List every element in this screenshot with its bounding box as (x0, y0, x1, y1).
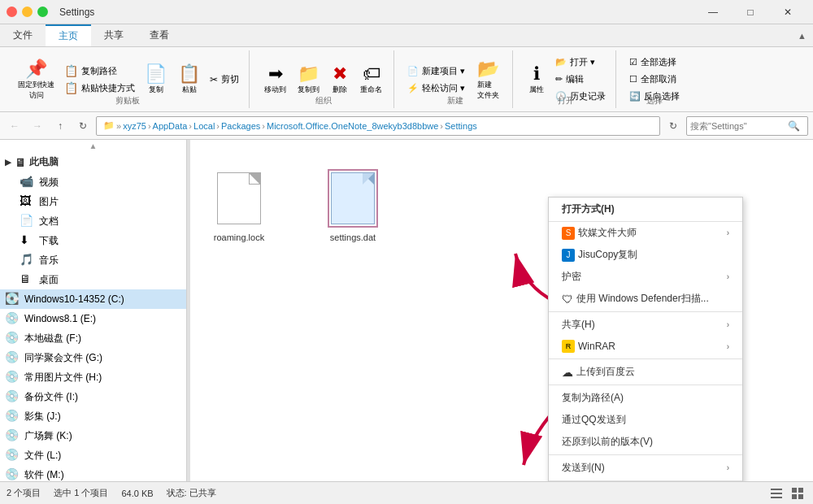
sidebar-item-k-drive[interactable]: 💿 广场舞 (K:) (0, 426, 186, 445)
grid-view-button[interactable] (789, 484, 806, 502)
properties-button[interactable]: ℹ 属性 (523, 62, 550, 97)
sidebar-item-pictures[interactable]: 🖼 图片 (0, 192, 186, 211)
sidebar-item-documents[interactable]: 📄 文档 (0, 211, 186, 231)
sidebar-item-j-drive[interactable]: 💿 影集 (J:) (0, 406, 186, 426)
jisucopy-icon: J (562, 249, 575, 262)
g-drive-icon: 💿 (5, 350, 20, 365)
tab-share[interactable]: 共享 (91, 24, 137, 46)
defender-icon: 🛡 (562, 293, 573, 306)
close-button[interactable]: ✕ (769, 0, 806, 24)
cm-item-baidu[interactable]: ☁ 上传到百度云 (549, 361, 742, 383)
open-button[interactable]: 📂 打开 ▾ (552, 54, 609, 70)
cm-item-softmedia[interactable]: S 软媒文件大师 › (549, 222, 742, 244)
search-input[interactable] (690, 121, 788, 131)
path-local[interactable]: Local (193, 121, 215, 131)
file-item-roaming-lock[interactable]: roaming.lock (207, 172, 272, 242)
tab-file[interactable]: 文件 (0, 24, 46, 46)
send-to-label: 发送到(N) (562, 461, 605, 475)
tab-view[interactable]: 查看 (137, 24, 182, 46)
pictures-icon: 🖼 (20, 194, 34, 209)
paste-shortcut-button[interactable]: 📋 粘贴快捷方式 (61, 80, 138, 96)
path-settings[interactable]: Settings (445, 121, 477, 131)
copy-path-button[interactable]: 📋 复制路径 (61, 63, 138, 79)
address-path[interactable]: 📁 » xyz75 › AppData › Local › Packages ›… (96, 116, 660, 136)
sidebar-item-i-drive[interactable]: 💿 备份文件 (I:) (0, 387, 186, 406)
move-to-button[interactable]: ➡ 移动到 (259, 62, 291, 97)
refresh-button[interactable]: ↻ (73, 116, 93, 136)
address-bar: ← → ↑ ↻ 📁 » xyz75 › AppData › Local › Pa… (0, 112, 813, 140)
ribbon-group-clipboard: 📌 固定到快速访问 📋 复制路径 📋 粘贴快捷方式 📄 复制 📋 (7, 50, 250, 108)
cm-item-copy-path[interactable]: 复制为路径(A) (549, 387, 742, 409)
cut-button[interactable]: ✂ 剪切 (207, 72, 242, 87)
sidebar-item-m-drive[interactable]: 💿 软件 (M:) (0, 465, 186, 481)
sidebar-item-this-pc[interactable]: ▶ 🖥 此电脑 (0, 152, 186, 172)
share-status: 状态: 已共享 (167, 487, 216, 499)
winrar-arrow: › (727, 342, 729, 351)
cm-item-protect[interactable]: 护密 › (549, 266, 742, 288)
tab-home[interactable]: 主页 (46, 24, 91, 46)
sidebar-item-l-drive[interactable]: 💿 文件 (L:) (0, 445, 186, 465)
maximize-button[interactable]: □ (732, 0, 769, 24)
winrar-label: WinRAR (578, 341, 615, 352)
sidebar-item-video[interactable]: 📹 视频 (0, 172, 186, 192)
path-packages[interactable]: Packages (221, 121, 260, 131)
ribbon-group-organize: ➡ 移动到 📁 复制到 ✖ 删除 🏷 重命名 组织 (253, 50, 394, 108)
view-controls (767, 484, 806, 502)
search-icon[interactable]: 🔍 (788, 120, 800, 132)
paste-button[interactable]: 📋 粘贴 (173, 62, 205, 97)
new-item-button[interactable]: 📄 新建项目 ▾ (404, 63, 468, 79)
svg-rect-4 (771, 497, 782, 498)
share-arrow: › (727, 320, 729, 329)
cm-item-send-qq[interactable]: 通过QQ发送到 (549, 409, 742, 431)
cm-sep-3 (549, 385, 742, 385)
sidebar-item-downloads[interactable]: ⬇ 下载 (0, 231, 186, 250)
sidebar-item-g-drive[interactable]: 💿 同学聚会文件 (G:) (0, 348, 186, 367)
path-xyz75[interactable]: xyz75 (123, 121, 146, 131)
help-icon[interactable]: ▲ (798, 31, 806, 41)
select-all-button[interactable]: ☑ 全部选择 (626, 54, 683, 70)
music-label: 音乐 (39, 254, 59, 267)
up-button[interactable]: ↑ (50, 116, 70, 136)
documents-label: 文档 (39, 215, 59, 228)
edit-button[interactable]: ✏ 编辑 (552, 72, 609, 87)
rename-button[interactable]: 🏷 重命名 (355, 62, 387, 97)
ribbon-content: 📌 固定到快速访问 📋 复制路径 📋 粘贴快捷方式 📄 复制 📋 (0, 47, 813, 112)
path-appdata[interactable]: AppData (153, 121, 188, 131)
copy-to-button[interactable]: 📁 复制到 (293, 62, 324, 97)
cm-sep-5 (549, 480, 742, 481)
cm-item-jisucopy[interactable]: J JisuCopy复制 (549, 244, 742, 266)
ribbon-group-new: 📄 新建项目 ▾ ⚡ 轻松访问 ▾ 📂 新建文件夹 新建 (398, 50, 513, 108)
file-item-settings-dat[interactable]: settings.dat (320, 172, 385, 242)
cm-item-send-to[interactable]: 发送到(N) › (549, 457, 742, 479)
ribbon-group-open: ℹ 属性 📂 打开 ▾ ✏ 编辑 🕒 历史记录 打开 (516, 50, 616, 108)
f-drive-label: 本地磁盘 (F:) (24, 332, 81, 345)
cm-item-defender[interactable]: 🛡 使用 Windows Defender扫描... (549, 288, 742, 310)
copy-button[interactable]: 📄 复制 (140, 62, 172, 97)
deselect-all-button[interactable]: ☐ 全部取消 (626, 72, 683, 87)
path-onenote[interactable]: Microsoft.Office.OneNote_8wekyb3d8bbwe (267, 121, 438, 131)
refresh-address-button[interactable]: ↻ (663, 116, 683, 136)
window-controls-left (7, 7, 48, 17)
jisucopy-label: JisuCopy复制 (578, 248, 637, 262)
copy-path-label: 复制为路径(A) (562, 391, 624, 405)
pictures-label: 图片 (39, 195, 59, 209)
sidebar-item-music[interactable]: 🎵 音乐 (0, 250, 186, 270)
delete-button[interactable]: ✖ 删除 (326, 62, 354, 97)
forward-button[interactable]: → (28, 116, 47, 136)
cm-item-restore-version[interactable]: 还原到以前的版本(V) (549, 431, 742, 453)
ribbon-tabs: 文件 主页 共享 查看 ▲ (0, 24, 813, 47)
cm-item-share[interactable]: 共享(H) › (549, 314, 742, 336)
send-qq-label: 通过QQ发送到 (562, 413, 626, 427)
back-button[interactable]: ← (5, 116, 24, 136)
sidebar-item-f-drive[interactable]: 💿 本地磁盘 (F:) (0, 328, 186, 348)
search-box[interactable]: 🔍 (686, 116, 808, 136)
sidebar-item-e-drive[interactable]: 💿 Windows8.1 (E:) (0, 309, 186, 328)
sidebar-item-c-drive[interactable]: 💽 Windows10-14352 (C:) (0, 289, 186, 309)
list-view-button[interactable] (767, 484, 785, 502)
cm-item-winrar[interactable]: R WinRAR › (549, 336, 742, 357)
sidebar-item-h-drive[interactable]: 💿 常用图片文件 (H:) (0, 367, 186, 387)
easy-access-button[interactable]: ⚡ 轻松访问 ▾ (404, 80, 468, 96)
minimize-button[interactable]: — (694, 0, 732, 24)
f-drive-icon: 💿 (5, 331, 20, 345)
sidebar-item-desktop[interactable]: 🖥 桌面 (0, 270, 186, 289)
